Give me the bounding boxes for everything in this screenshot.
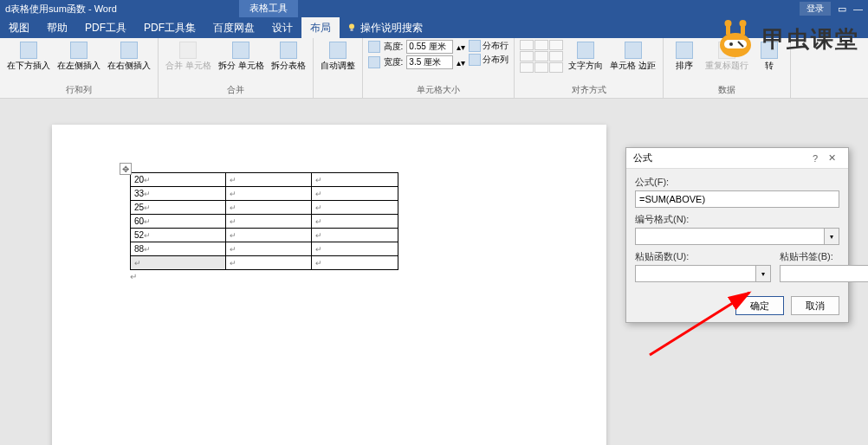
lightbulb-icon — [347, 23, 357, 33]
format-label: 编号格式(N): — [635, 213, 839, 226]
spinner-icon[interactable]: ▴▾ — [457, 42, 465, 52]
group-rows-cols: 在下方插入 在左侧插入 在右侧插入 行和列 — [0, 38, 159, 98]
width-icon — [368, 56, 380, 68]
tab-view[interactable]: 视图 — [0, 17, 38, 39]
svg-point-8 — [740, 20, 747, 27]
table-row[interactable]: 20↵↵↵ — [131, 173, 398, 187]
group-alignment: 文字方向 单元格 边距 对齐方式 — [515, 38, 664, 98]
paste-func-combo[interactable]: ▾ — [635, 265, 771, 282]
align-bl[interactable] — [520, 62, 534, 73]
align-tc[interactable] — [534, 40, 548, 50]
table-cell[interactable]: ↵ — [312, 201, 398, 215]
table-cell[interactable]: ↵ — [312, 242, 398, 256]
table-cell[interactable]: ↵ — [312, 256, 398, 270]
paste-bookmark-combo[interactable]: ▾ — [780, 265, 868, 282]
format-input[interactable] — [635, 228, 824, 245]
align-tl[interactable] — [520, 40, 534, 50]
table-cell[interactable]: ↵ — [312, 229, 398, 242]
table-cell[interactable]: ↵ — [225, 173, 312, 187]
spinner-icon[interactable]: ▴▾ — [457, 58, 465, 68]
table-row[interactable]: 52↵↵↵ — [131, 229, 398, 242]
align-mr[interactable] — [549, 51, 563, 61]
distribute-cols-button[interactable]: 分布列 — [469, 54, 508, 66]
tab-pdf-toolset[interactable]: PDF工具集 — [135, 17, 204, 39]
login-button[interactable]: 登录 — [800, 2, 831, 16]
table-cell[interactable]: 20↵ — [131, 173, 226, 187]
insert-below-button[interactable]: 在下方插入 — [5, 40, 52, 73]
dialog-titlebar[interactable]: 公式 ? ✕ — [626, 148, 848, 169]
dialog-close-button[interactable]: ✕ — [823, 152, 841, 164]
table-row[interactable]: ↵↵↵ — [131, 256, 398, 270]
word-table[interactable]: 20↵↵↵33↵↵↵25↵↵↵60↵↵↵52↵↵↵88↵↵↵↵↵↵ — [130, 172, 398, 270]
table-cell[interactable]: 88↵ — [131, 242, 226, 256]
text-direction-button[interactable]: 文字方向 — [567, 40, 605, 73]
align-ml[interactable] — [520, 51, 534, 61]
table-cell[interactable]: ↵ — [225, 215, 312, 229]
chevron-down-icon[interactable]: ▾ — [824, 228, 839, 245]
table-cell[interactable]: ↵ — [225, 256, 312, 270]
cell-margins-button[interactable]: 单元格 边距 — [608, 40, 657, 73]
table-row[interactable]: 88↵↵↵ — [131, 242, 398, 256]
table-cell[interactable]: 52↵ — [131, 229, 226, 242]
insert-right-button[interactable]: 在右侧插入 — [106, 40, 152, 73]
align-mc[interactable] — [534, 51, 548, 61]
tab-design[interactable]: 设计 — [263, 17, 301, 39]
table-cell[interactable]: ↵ — [312, 215, 398, 229]
table-cell[interactable]: 60↵ — [131, 215, 226, 229]
tab-help[interactable]: 帮助 — [38, 17, 76, 39]
insert-left-button[interactable]: 在左侧插入 — [55, 40, 102, 73]
dist-rows-icon — [469, 40, 481, 52]
tab-layout[interactable]: 布局 — [301, 17, 340, 39]
tell-me-search[interactable]: 操作说明搜索 — [347, 21, 423, 35]
paste-func-input[interactable] — [635, 265, 755, 282]
chevron-down-icon[interactable]: ▾ — [755, 265, 771, 282]
table-cell[interactable]: 33↵ — [131, 187, 226, 201]
svg-point-0 — [349, 24, 354, 29]
formula-dialog: 公式 ? ✕ 公式(F): 编号格式(N): ▾ 粘贴函数(U): ▾ 粘贴书签… — [625, 147, 849, 323]
table-row[interactable]: 25↵↵↵ — [131, 201, 398, 215]
width-input[interactable] — [406, 55, 453, 69]
table-cell[interactable]: 25↵ — [131, 201, 226, 215]
ribbon-display-icon[interactable]: ▭ — [838, 3, 846, 15]
page[interactable]: ✥ 20↵↵↵33↵↵↵25↵↵↵60↵↵↵52↵↵↵88↵↵↵↵↵↵ ↵ — [52, 125, 606, 445]
sort-icon — [676, 42, 693, 59]
table-cell[interactable]: ↵ — [225, 187, 312, 201]
text-direction-icon — [577, 42, 594, 59]
distribute-rows-button[interactable]: 分布行 — [469, 40, 508, 52]
minimize-icon[interactable]: — — [853, 3, 863, 14]
align-tr[interactable] — [549, 40, 563, 50]
table-cell[interactable]: ↵ — [225, 201, 312, 215]
svg-rect-1 — [351, 29, 353, 31]
table-cell[interactable]: ↵ — [131, 256, 226, 270]
title-bar: d表格使用sum函数 - Word 登录 ▭ — — [0, 0, 868, 17]
tab-baidu[interactable]: 百度网盘 — [204, 17, 263, 39]
split-cells-button[interactable]: 拆分 单元格 — [217, 40, 266, 73]
table-cell[interactable]: ↵ — [225, 242, 312, 256]
ok-button[interactable]: 确定 — [735, 296, 784, 315]
table-cell[interactable]: ↵ — [312, 187, 398, 201]
table-cell[interactable]: ↵ — [225, 229, 312, 242]
dist-cols-icon — [469, 54, 481, 66]
table-row[interactable]: 60↵↵↵ — [131, 215, 398, 229]
group-label: 合并 — [164, 82, 308, 96]
window-title: d表格使用sum函数 - Word — [5, 3, 117, 16]
format-combo[interactable]: ▾ — [635, 228, 839, 245]
table-cell[interactable]: ↵ — [312, 173, 398, 187]
split-table-button[interactable]: 拆分表格 — [269, 40, 308, 73]
height-input[interactable] — [406, 40, 453, 54]
split-table-icon — [280, 42, 297, 59]
table-row[interactable]: 33↵↵↵ — [131, 187, 398, 201]
cancel-button[interactable]: 取消 — [791, 296, 839, 315]
align-bc[interactable] — [534, 62, 548, 73]
group-autofit: 自动调整 — [314, 38, 363, 98]
dialog-help-button[interactable]: ? — [807, 153, 823, 164]
paste-func-label: 粘贴函数(U): — [635, 250, 771, 263]
align-br[interactable] — [549, 62, 563, 73]
sort-button[interactable]: 排序 — [669, 40, 700, 73]
group-label: 数据 — [669, 82, 785, 96]
paste-bookmark-input[interactable] — [780, 265, 868, 282]
tab-pdf-tool[interactable]: PDF工具 — [76, 17, 135, 39]
autofit-button[interactable]: 自动调整 — [319, 40, 357, 73]
formula-input[interactable] — [635, 190, 839, 208]
paragraph-mark: ↵ — [130, 272, 598, 281]
